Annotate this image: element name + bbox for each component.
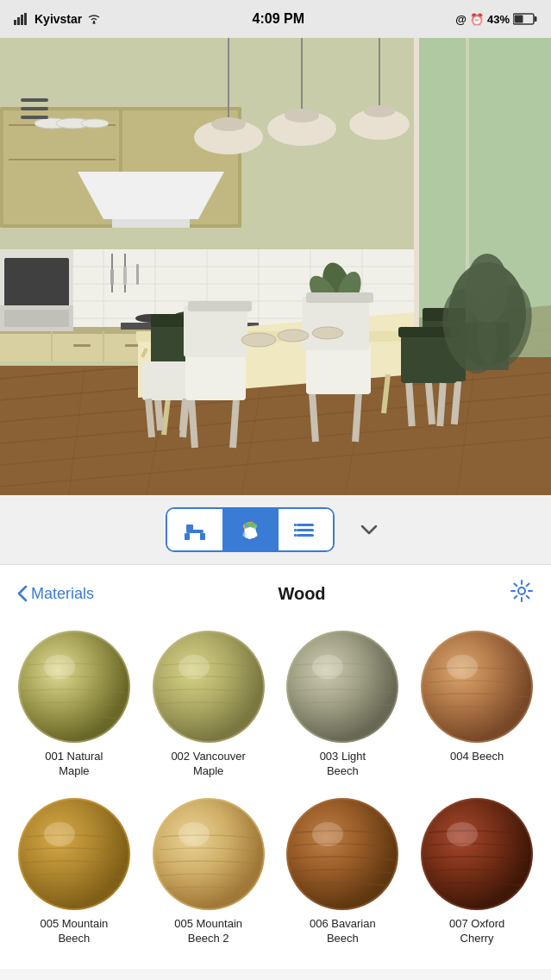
material-sphere-005b xyxy=(153,798,265,910)
signal-icon xyxy=(14,13,29,25)
svg-rect-29 xyxy=(9,159,116,160)
svg-rect-6 xyxy=(534,16,536,22)
status-right: @ ⏰ 43% xyxy=(455,13,537,26)
svg-point-166 xyxy=(312,822,343,846)
furniture-button[interactable] xyxy=(167,509,222,550)
svg-point-169 xyxy=(447,822,478,846)
svg-rect-112 xyxy=(306,292,373,303)
material-label-004: 004 Beech xyxy=(450,750,504,764)
alarm-icon: ⏰ xyxy=(470,13,484,26)
svg-point-165 xyxy=(288,800,397,908)
carrier-label: Kyivstar xyxy=(34,12,82,26)
material-label-005b: Beech xyxy=(58,932,90,946)
svg-point-151 xyxy=(178,655,210,679)
svg-point-119 xyxy=(312,327,343,339)
svg-point-118 xyxy=(278,330,309,342)
material-sphere-006 xyxy=(286,798,398,910)
material-item-003[interactable]: 003 Light Beech xyxy=(278,625,409,784)
svg-point-148 xyxy=(44,655,75,679)
svg-point-168 xyxy=(423,800,531,908)
material-label-002: 002 Vancouver xyxy=(171,750,246,764)
back-label: Materials xyxy=(31,585,94,603)
material-label-003: 003 Light xyxy=(320,750,366,764)
svg-rect-129 xyxy=(185,533,190,540)
material-label-005b-1: 005 Mountain xyxy=(174,917,242,932)
status-left: Kyivstar xyxy=(14,12,101,26)
material-label-006: 006 Bavarian xyxy=(310,917,376,932)
materials-grid: 001 Natural Maple xyxy=(0,617,551,969)
svg-rect-126 xyxy=(21,107,48,110)
svg-point-157 xyxy=(447,655,478,679)
svg-rect-141 xyxy=(294,524,297,526)
svg-rect-23 xyxy=(414,38,419,357)
svg-point-4 xyxy=(93,22,96,24)
list-icon xyxy=(293,518,317,542)
svg-rect-74 xyxy=(110,269,114,285)
material-item-005b[interactable]: 005 Mountain Beech 2 xyxy=(143,793,274,952)
material-label-007b: Cherry xyxy=(460,932,494,946)
material-sphere-004 xyxy=(421,631,533,743)
chevron-down-button[interactable] xyxy=(352,512,386,547)
material-item-007[interactable]: 007 Oxford Cherry xyxy=(411,793,542,952)
svg-rect-108 xyxy=(306,344,371,394)
material-sphere-002 xyxy=(153,631,265,743)
kitchen-scene xyxy=(0,38,551,495)
svg-rect-55 xyxy=(73,344,91,347)
status-time: 4:09 PM xyxy=(253,11,304,27)
svg-rect-138 xyxy=(297,524,314,526)
status-bar: Kyivstar 4:09 PM @ ⏰ 43% xyxy=(0,0,551,38)
svg-point-79 xyxy=(211,117,246,131)
svg-rect-130 xyxy=(200,533,205,540)
list-button[interactable] xyxy=(278,509,333,550)
settings-button[interactable] xyxy=(510,579,534,608)
toolbar-group xyxy=(166,507,335,552)
svg-rect-60 xyxy=(4,258,69,310)
svg-point-154 xyxy=(312,655,343,679)
svg-point-153 xyxy=(288,632,397,741)
battery-percent: 43% xyxy=(487,13,510,26)
svg-rect-1 xyxy=(17,17,20,25)
svg-rect-125 xyxy=(21,98,48,102)
wifi-icon xyxy=(87,14,101,24)
material-label-001b: Maple xyxy=(59,764,89,779)
page-title: Wood xyxy=(278,584,325,604)
material-item-005[interactable]: 005 Mountain Beech xyxy=(9,793,140,952)
material-sphere-003 xyxy=(286,631,398,743)
svg-rect-75 xyxy=(123,267,127,285)
back-button[interactable]: Materials xyxy=(17,585,94,603)
svg-point-156 xyxy=(423,632,531,741)
material-label-003b: Beech xyxy=(327,764,359,779)
svg-point-85 xyxy=(364,105,395,117)
svg-point-150 xyxy=(154,632,263,741)
material-item-006[interactable]: 006 Bavarian Beech xyxy=(278,793,409,952)
svg-point-82 xyxy=(285,109,319,122)
svg-rect-131 xyxy=(186,525,193,531)
svg-rect-103 xyxy=(185,353,246,400)
svg-point-124 xyxy=(466,254,509,323)
material-label-006b: Beech xyxy=(327,932,359,946)
battery-icon xyxy=(513,13,537,25)
material-label-002b: Maple xyxy=(193,764,223,779)
materials-button[interactable] xyxy=(222,509,278,550)
chevron-down-icon xyxy=(359,519,379,540)
settings-icon xyxy=(510,579,534,603)
material-sphere-005 xyxy=(18,798,130,910)
svg-point-144 xyxy=(518,587,525,594)
svg-rect-0 xyxy=(14,20,16,25)
svg-rect-143 xyxy=(294,534,297,537)
material-item-004[interactable]: 004 Beech xyxy=(411,625,542,784)
svg-marker-33 xyxy=(78,172,224,219)
svg-rect-140 xyxy=(297,534,314,537)
svg-rect-76 xyxy=(136,264,139,285)
svg-rect-7 xyxy=(514,16,523,23)
svg-rect-111 xyxy=(302,297,369,350)
svg-rect-3 xyxy=(24,13,27,25)
material-item-002[interactable]: 002 Vancouver Maple xyxy=(143,625,274,784)
svg-rect-139 xyxy=(297,529,314,531)
svg-point-32 xyxy=(81,119,109,128)
toolbar-section xyxy=(0,495,551,565)
svg-point-117 xyxy=(241,333,276,347)
svg-rect-107 xyxy=(188,301,252,311)
svg-rect-106 xyxy=(184,305,247,357)
material-item-001[interactable]: 001 Natural Maple xyxy=(9,625,140,784)
